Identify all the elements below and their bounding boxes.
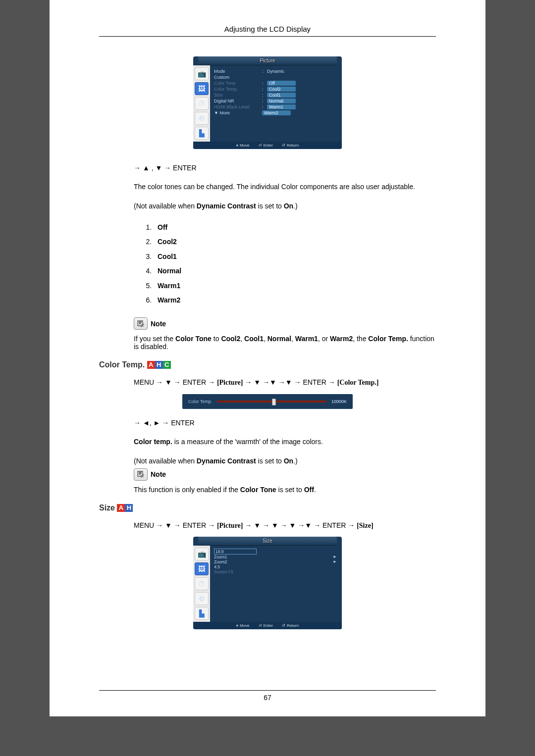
menu-path-size: MENU → ▼ → ENTER → [Picture] → ▼ → ▼ → ▼… [134,519,436,532]
option-item: Warm1 [154,279,436,293]
osd-row-label: HDMI Black Level [214,104,261,109]
para-not-available: (Not available when Dynamic Contrast is … [134,201,436,211]
option-item: Cool1 [154,250,436,264]
osd-row: Size:Cool1 [214,92,338,98]
size-menu-row: Zoom2► [214,559,338,564]
osd-sidebar-icons: 📺 🖼 ⏱ ⚙ ▙ [193,546,210,622]
osd-row-label: ▼ More [214,110,261,115]
osd-footer: ♦Move ⏎Enter ↺Return [193,622,342,629]
osd-footer: ♦Move ⏎Enter ↺Return [193,142,342,149]
enter-icon: ⏎ [259,143,262,148]
slider-track [217,401,326,403]
nav-instruction-2: → ◄, ► → ENTER [134,419,436,427]
color-temp-slider: Color Temp. 10000K [182,394,353,409]
footer-return: Return [287,623,299,628]
osd-row-value: Cool2 [267,87,296,92]
osd-picture-menu: Picture 📺 🖼 ⏱ ⚙ ▙ Mode:DynamicCustomColo… [193,56,342,149]
option-item: Cool2 [154,235,436,249]
size-menu-row: Zoom1► [214,554,338,559]
note-icon [134,317,148,330]
return-icon: ↺ [282,143,285,148]
osd-row: Color Temp.:Cool2 [214,86,338,92]
osd-row-value: Warm2 [262,110,291,115]
osd-row: HDMI Black Level:Warm1 [214,104,338,110]
menu-path-colortemp: MENU → ▼ → ENTER → [Picture] → ▼ →▼ →▼ →… [134,376,436,389]
size-item-label: 4:3 [214,564,220,569]
osd-row-label: Size [214,93,261,98]
badge-c: C [163,361,171,369]
size-item-label: 16:9 [214,549,257,554]
osd-icon-input: 📺 [195,67,209,80]
size-item-label: Screen Fit [214,569,233,574]
osd-icon-picture: 🖼 [195,562,209,575]
osd-row-label: Color Tone [214,81,261,86]
enter-icon: ⏎ [259,623,262,628]
submenu-arrow-icon: ► [333,559,337,564]
slider-label: Color Temp. [188,399,212,404]
slider-value: 10000K [331,399,347,404]
footer-enter: Enter [264,623,273,628]
page-number: 67 [99,690,436,702]
osd-icon-picture: 🖼 [195,82,209,95]
size-menu-row: 4:3 [214,564,338,569]
osd-icon-setup: ⚙ [195,592,209,605]
osd-icon-setup: ⚙ [195,112,209,125]
osd-size-menu: Size 📺 🖼 ⏱ ⚙ ▙ 16:9Zoom1►Zoom2►4:3Screen… [193,537,342,629]
osd-icon-sound: ⏱ [195,97,209,110]
note-icon [134,468,148,481]
osd-row: Mode:Dynamic [214,68,338,74]
footer-move: Move [240,143,250,148]
osd-row-value: Dynamic [267,69,284,74]
return-icon: ↺ [282,623,285,628]
osd-row-label: Color Temp. [214,87,261,92]
osd-row-value: Cool1 [267,93,296,98]
footer-return: Return [287,143,299,148]
size-item-label: Zoom1 [214,554,227,559]
note-label: Note [151,470,166,478]
footer-enter: Enter [264,143,273,148]
osd-row-value: Normal [267,99,296,103]
para-colortemp-def: Color temp. is a measure of the 'warmth'… [134,437,436,447]
section-color-temp: Color Temp. AHC [99,360,436,369]
size-menu-row: 16:9 [214,549,338,554]
osd-row: Digital NR:Normal [214,98,338,104]
option-item: Off [154,220,436,235]
nav-instruction-1: → ▲ , ▼ → ENTER [134,164,436,172]
note-block-2: Note This function is only enabled if th… [134,468,436,494]
badge-a: A [117,504,125,512]
osd-icon-sound: ⏱ [195,577,209,590]
option-item: Normal [154,264,436,278]
size-menu-row: Screen Fit [214,569,338,574]
osd-icon-multi: ▙ [195,127,209,140]
option-item: Warm2 [154,293,436,307]
osd-row-value: Warm1 [267,104,296,109]
para-not-available-2: (Not available when Dynamic Contrast is … [134,456,436,466]
para-color-tones: The color tones can be changed. The indi… [134,182,436,192]
osd-row: Color Tone:Off [214,80,338,86]
note-label: Note [151,320,166,328]
move-icon: ♦ [236,143,238,148]
section-size: Size AH [99,504,436,512]
note-text-2: This function is only enabled if the Col… [134,486,436,494]
osd-row-label: Digital NR [214,99,261,103]
slider-thumb [272,399,276,405]
osd-row-label: Mode [214,69,261,74]
osd-sidebar-icons: 📺 🖼 ⏱ ⚙ ▙ [193,65,210,142]
osd-row-label: Custom [214,75,261,80]
osd-row: ▼ MoreWarm2 [214,110,338,116]
osd-row: Custom [214,74,338,80]
submenu-arrow-icon: ► [333,554,337,559]
note-block-1: Note If you set the Color Tone to Cool2,… [134,317,436,351]
osd-title: Size [198,537,337,546]
footer-move: Move [240,623,250,628]
move-icon: ♦ [236,623,238,628]
badge-h: H [155,361,163,369]
page-header: Adjusting the LCD Display [99,25,436,37]
osd-icon-input: 📺 [195,548,209,560]
color-tone-options: OffCool2Cool1NormalWarm1Warm2 [141,220,436,307]
osd-row-value: Off [267,81,296,86]
note-text-1: If you set the Color Tone to Cool2, Cool… [134,335,436,351]
badge-h: H [125,504,133,512]
osd-icon-multi: ▙ [195,607,209,620]
size-item-label: Zoom2 [214,559,227,564]
